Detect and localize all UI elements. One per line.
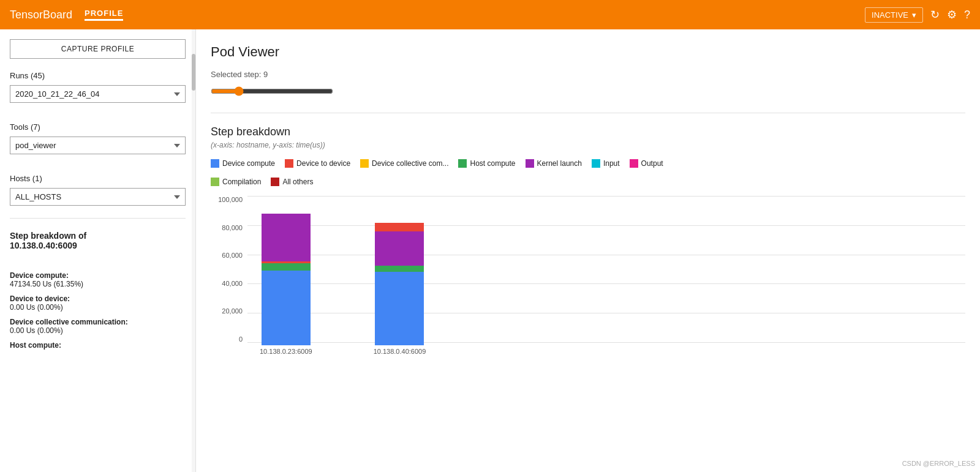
step-breakdown-host-title: Step breakdown of10.138.0.40:6009: [10, 231, 186, 250]
legend-color-kernel-launch: [526, 159, 534, 168]
page-title: Pod Viewer: [211, 44, 965, 60]
step-slider-container: [211, 86, 965, 98]
bar-label-2: 10.138.0.40:6009: [374, 348, 426, 355]
bar-segment-host-compute-2: [375, 266, 424, 272]
y-label-20k: 20,000: [211, 307, 243, 315]
hosts-dropdown[interactable]: ALL_HOSTS: [10, 188, 186, 206]
legend-label-device-collective: Device collective com...: [372, 159, 448, 168]
legend-host-compute: Host compute: [458, 159, 515, 168]
bar-segment-kernel-2: [375, 231, 424, 266]
device-compute-label: Device compute:: [10, 271, 186, 280]
chart-title: Step breakdown: [211, 125, 965, 138]
legend-color-device-to-device: [285, 159, 293, 168]
topbar-right: INACTIVE ▾ ↻ ⚙ ?: [865, 7, 970, 23]
legend-label-kernel-launch: Kernel launch: [537, 159, 582, 168]
tools-dropdown[interactable]: pod_viewer: [10, 137, 186, 154]
bar-label-1: 10.138.0.23:6009: [260, 348, 312, 355]
sidebar: CAPTURE PROFILE Runs (45) 2020_10_21_22_…: [0, 29, 196, 472]
app-logo: TensorBoard: [10, 9, 72, 21]
watermark: CSDN @ERROR_LESS: [902, 460, 975, 467]
bar-segment-device-compute-2: [375, 272, 424, 345]
device-collective-value: 0.00 Us (0.00%): [10, 326, 186, 335]
y-label-80k: 80,000: [211, 224, 243, 231]
step-slider[interactable]: [211, 86, 333, 96]
host-compute-label: Host compute:: [10, 341, 186, 350]
bar-segment-kernel-1: [262, 214, 311, 261]
device-to-device-value: 0.00 Us (0.00%): [10, 303, 186, 312]
legend-device-collective: Device collective com...: [360, 159, 448, 168]
layout: CAPTURE PROFILE Runs (45) 2020_10_21_22_…: [0, 29, 980, 472]
legend-color-device-collective: [360, 159, 369, 168]
bar-segment-host-compute-1: [262, 263, 311, 271]
y-label-0: 0: [211, 335, 243, 343]
bar-group-1: 10.138.0.23:6009: [260, 214, 312, 355]
legend-input: Input: [592, 159, 620, 168]
legend-all-others: All others: [271, 178, 313, 186]
legend-device-to-device: Device to device: [285, 159, 350, 168]
chart-subtitle: (x-axis: hostname, y-axis: time(us)): [211, 141, 965, 149]
legend-label-input: Input: [603, 159, 620, 168]
y-label-40k: 40,000: [211, 280, 243, 287]
topbar: TensorBoard PROFILE INACTIVE ▾ ↻ ⚙ ?: [0, 0, 980, 29]
legend-color-all-others: [271, 178, 279, 186]
legend-label-compilation: Compilation: [222, 178, 261, 186]
legend-output: Output: [630, 159, 663, 168]
device-to-device-label: Device to device:: [10, 294, 186, 303]
sidebar-divider: [10, 218, 186, 219]
legend-color-compilation: [211, 178, 219, 186]
chart-container: 100,000 80,000 60,000 40,000 20,000 0: [211, 196, 965, 355]
capture-profile-button[interactable]: CAPTURE PROFILE: [10, 39, 186, 59]
device-compute-value: 47134.50 Us (61.35%): [10, 280, 186, 288]
topbar-left: TensorBoard PROFILE: [10, 9, 123, 21]
bars-area: 10.138.0.23:6009: [247, 196, 965, 355]
stacked-bar-1: [262, 214, 311, 345]
chevron-down-icon: ▾: [912, 10, 916, 20]
device-collective-label: Device collective communication:: [10, 318, 186, 326]
tools-label: Tools (7): [10, 122, 186, 132]
legend-kernel-launch: Kernel launch: [526, 159, 582, 168]
runs-label: Runs (45): [10, 71, 186, 80]
main-content: Pod Viewer Selected step: 9 Step breakdo…: [196, 29, 980, 472]
hosts-label: Hosts (1): [10, 174, 186, 183]
legend-color-host-compute: [458, 159, 467, 168]
legend-label-host-compute: Host compute: [470, 159, 515, 168]
y-axis: 100,000 80,000 60,000 40,000 20,000 0: [211, 196, 247, 355]
legend-label-device-to-device: Device to device: [296, 159, 350, 168]
legend-label-output: Output: [641, 159, 663, 168]
bar-group-2: 10.138.0.40:6009: [374, 223, 426, 355]
main-divider: [211, 113, 965, 113]
selected-step-label: Selected step: 9: [211, 70, 965, 79]
chart-legend: Device compute Device to device Device c…: [211, 159, 965, 168]
legend-color-output: [630, 159, 638, 168]
scrollbar[interactable]: [192, 29, 195, 472]
runs-dropdown[interactable]: 2020_10_21_22_46_04: [10, 85, 186, 103]
legend-color-input: [592, 159, 600, 168]
chart-legend-row2: Compilation All others: [211, 178, 965, 186]
bar-segment-device-compute-1: [262, 271, 311, 345]
chart-body: 10.138.0.23:6009: [247, 196, 965, 355]
bar-segment-d2d-2: [375, 223, 424, 231]
profile-tab[interactable]: PROFILE: [85, 9, 123, 21]
legend-compilation: Compilation: [211, 178, 261, 186]
help-icon[interactable]: ?: [964, 9, 970, 21]
y-label-60k: 60,000: [211, 252, 243, 259]
refresh-icon[interactable]: ↻: [930, 8, 940, 21]
status-dropdown[interactable]: INACTIVE ▾: [865, 7, 923, 23]
legend-color-device-compute: [211, 159, 219, 168]
settings-icon[interactable]: ⚙: [947, 8, 957, 21]
legend-label-device-compute: Device compute: [222, 159, 275, 168]
legend-label-all-others: All others: [282, 178, 313, 186]
y-label-100k: 100,000: [211, 196, 243, 203]
legend-device-compute: Device compute: [211, 159, 275, 168]
stacked-bar-2: [375, 223, 424, 345]
